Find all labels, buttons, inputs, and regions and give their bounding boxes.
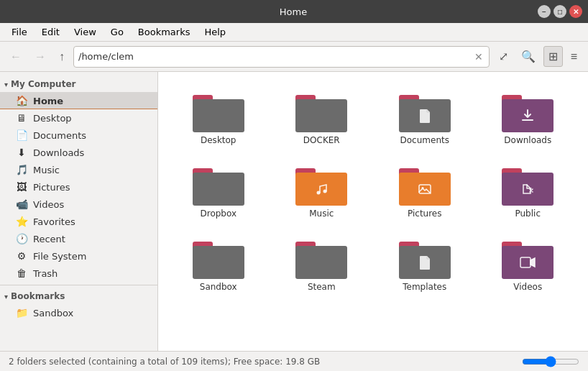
folder-icon-dropbox	[193, 162, 244, 206]
sidebar-item-label-recent: Recent	[33, 234, 65, 244]
location-text: /home/clem	[78, 51, 473, 62]
folder-label-dropbox: Dropbox	[200, 209, 236, 219]
sidebar-item-pictures[interactable]: 🖼 Pictures	[0, 178, 157, 196]
folder-label-pictures: Pictures	[408, 209, 442, 219]
svg-rect-4	[520, 257, 530, 267]
list-view-button[interactable]: ≡	[566, 46, 582, 67]
menu-help[interactable]: Help	[198, 25, 231, 39]
sidebar-item-label-music: Music	[33, 165, 60, 175]
chevron-down-icon: ▾	[4, 81, 8, 88]
folder-label-sandbox: Sandbox	[200, 282, 237, 292]
folder-item-downloads[interactable]: Downloads	[479, 83, 577, 151]
sidebar-item-label-file-system: File System	[33, 251, 86, 262]
sidebar-item-documents[interactable]: 📄 Documents	[0, 127, 157, 144]
sidebar-item-music[interactable]: 🎵 Music	[0, 161, 157, 178]
sidebar-item-label-sandbox: Sandbox	[33, 308, 73, 319]
folder-label-music: Music	[309, 209, 334, 219]
main-layout: ▾ My Computer 🏠 Home 🖥 Desktop 📄 Documen…	[0, 72, 588, 351]
sidebar-item-favorites[interactable]: ⭐ Favorites	[0, 213, 157, 230]
sidebar-item-desktop[interactable]: 🖥 Desktop	[0, 109, 157, 127]
menu-file[interactable]: File	[6, 25, 33, 39]
folder-label-desktop: Desktop	[201, 135, 236, 145]
maximize-button[interactable]: □	[553, 5, 566, 18]
sidebar-item-label-trash: Trash	[33, 268, 58, 279]
sidebar-item-downloads[interactable]: ⬇ Downloads	[0, 144, 157, 161]
sidebar-section-label-my-computer: My Computer	[11, 79, 75, 89]
sidebar-item-label-home: Home	[33, 96, 63, 106]
files-grid: Desktop DOCKER Documents	[170, 83, 576, 298]
status-text: 2 folders selected (containing a total o…	[9, 357, 320, 367]
folder-icon-music	[295, 162, 347, 206]
location-clear-button[interactable]: ✕	[473, 51, 484, 63]
folder-item-pictures[interactable]: Pictures	[376, 157, 474, 224]
sidebar-item-label-documents: Documents	[33, 130, 86, 141]
sidebar-item-home[interactable]: 🏠 Home	[0, 92, 157, 109]
close-button[interactable]: ✕	[569, 5, 582, 18]
sidebar-item-label-pictures: Pictures	[33, 182, 70, 193]
toolbar-right: ⤢ 🔍 ⊞ ≡	[494, 46, 582, 67]
sidebar-item-videos[interactable]: 📹 Videos	[0, 196, 157, 213]
folder-label-steam: Steam	[308, 282, 336, 292]
sidebar-item-label-videos: Videos	[33, 199, 64, 210]
sidebar-item-recent[interactable]: 🕐 Recent	[0, 230, 157, 247]
folder-item-steam[interactable]: Steam	[273, 230, 371, 298]
location-bar[interactable]: /home/clem ✕	[73, 46, 490, 68]
svg-point-0	[317, 191, 321, 195]
zoom-control	[522, 356, 579, 367]
folder-label-public: Public	[515, 209, 541, 219]
folder-label-templates: Templates	[403, 282, 446, 292]
folder-item-sandbox[interactable]: Sandbox	[170, 230, 267, 298]
folder-item-docker[interactable]: DOCKER	[273, 83, 371, 151]
folder-label-downloads: Downloads	[504, 135, 551, 145]
search-button[interactable]: 🔍	[516, 46, 541, 67]
menu-go[interactable]: Go	[105, 25, 129, 39]
folder-icon-desktop	[193, 89, 244, 132]
folder-icon-videos	[502, 236, 553, 279]
sandbox-icon: 📁	[16, 307, 27, 319]
folder-item-public[interactable]: Public	[479, 157, 577, 224]
sidebar-section-bookmarks: ▾ Bookmarks 📁 Sandbox	[0, 288, 157, 321]
minimize-button[interactable]: −	[538, 5, 551, 18]
music-icon: 🎵	[16, 164, 27, 175]
zoom-slider[interactable]	[522, 356, 579, 367]
sidebar-section-header-my-computer[interactable]: ▾ My Computer	[0, 76, 157, 92]
folder-item-dropbox[interactable]: Dropbox	[170, 157, 267, 224]
sidebar-item-label-favorites: Favorites	[33, 216, 75, 227]
pictures-icon: 🖼	[16, 181, 27, 193]
toggle-location-button[interactable]: ⤢	[494, 46, 513, 67]
sidebar-divider	[0, 285, 157, 285]
sidebar-item-file-system[interactable]: ⚙ File System	[0, 247, 157, 265]
menu-edit[interactable]: Edit	[36, 25, 65, 39]
folder-item-desktop[interactable]: Desktop	[170, 83, 267, 151]
folder-icon-sandbox	[193, 236, 244, 279]
grid-view-button[interactable]: ⊞	[543, 46, 563, 67]
forward-button[interactable]: →	[30, 47, 50, 66]
sidebar-item-trash[interactable]: 🗑 Trash	[0, 265, 157, 282]
folder-icon-public	[502, 162, 553, 206]
back-button[interactable]: ←	[6, 47, 26, 66]
statusbar: 2 folders selected (containing a total o…	[0, 351, 588, 371]
sidebar-item-label-desktop: Desktop	[33, 113, 72, 124]
folder-item-documents[interactable]: Documents	[376, 83, 474, 151]
menu-view[interactable]: View	[68, 25, 102, 39]
toolbar: ← → ↑ /home/clem ✕ ⤢ 🔍 ⊞ ≡	[0, 42, 588, 72]
titlebar: Home − □ ✕	[0, 0, 588, 23]
folder-item-templates[interactable]: Templates	[376, 230, 474, 298]
up-button[interactable]: ↑	[55, 47, 69, 66]
folder-item-music[interactable]: Music	[273, 157, 371, 224]
menu-bookmarks[interactable]: Bookmarks	[132, 25, 196, 39]
file-system-icon: ⚙	[16, 250, 27, 262]
folder-item-videos[interactable]: Videos	[479, 230, 577, 298]
menubar: File Edit View Go Bookmarks Help	[0, 23, 588, 42]
sidebar-section-header-bookmarks[interactable]: ▾ Bookmarks	[0, 288, 157, 304]
folder-label-documents: Documents	[400, 135, 449, 145]
desktop-icon: 🖥	[16, 112, 27, 124]
recent-icon: 🕐	[16, 233, 27, 244]
sidebar-section-my-computer: ▾ My Computer 🏠 Home 🖥 Desktop 📄 Documen…	[0, 76, 157, 282]
sidebar-item-sandbox[interactable]: 📁 Sandbox	[0, 304, 157, 321]
trash-icon: 🗑	[16, 267, 27, 279]
sidebar: ▾ My Computer 🏠 Home 🖥 Desktop 📄 Documen…	[0, 72, 158, 351]
documents-icon: 📄	[16, 129, 27, 141]
folder-label-videos: Videos	[513, 282, 542, 292]
content-area: Desktop DOCKER Documents	[158, 72, 588, 351]
